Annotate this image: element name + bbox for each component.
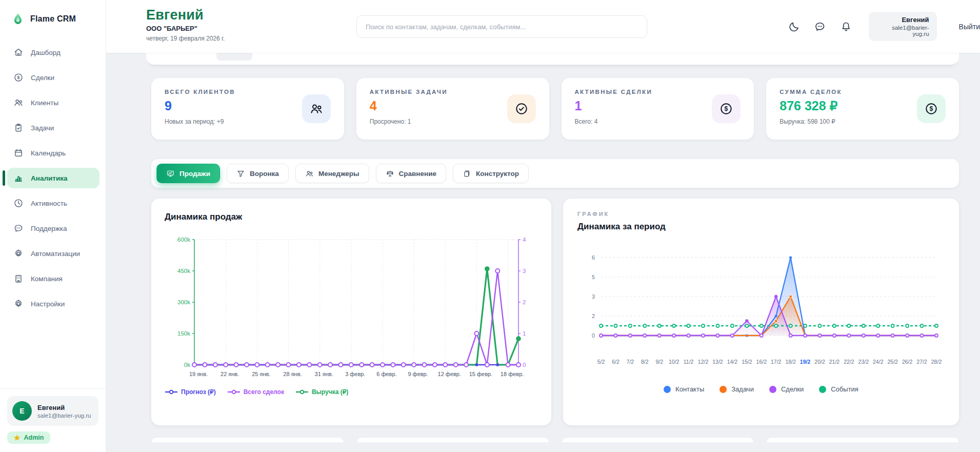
legend-item-Задачи[interactable]: Задачи (719, 385, 754, 393)
header-greeting: Евгений ООО "БАРЬЕР" четверг, 19 февраля… (146, 7, 225, 42)
svg-text:0: 0 (592, 332, 595, 339)
svg-text:6/2: 6/2 (612, 359, 619, 365)
bar-chart-icon (13, 173, 24, 183)
sidebar-user-card[interactable]: E Евгений sale1@barier-yug.ru (7, 396, 98, 426)
next-section-card-edges (151, 437, 959, 442)
svg-text:27/2: 27/2 (916, 359, 927, 365)
header-profile-email: sale1@barier-yug.ru (876, 25, 929, 37)
check-circle-icon (507, 94, 536, 123)
tab-constructor[interactable]: Конструктор (453, 164, 529, 183)
header-actions: Евгений sale1@barier-yug.ru Выйти (788, 0, 980, 53)
sidebar-item-automations[interactable]: Автоматизации (7, 243, 99, 264)
svg-text:17/2: 17/2 (771, 359, 782, 365)
legend-label: Прогноз (₽) (181, 388, 216, 396)
header-company: ООО "БАРЬЕР" (146, 25, 225, 32)
stat-card-0: ВСЕГО КЛИЕНТОВ9Новых за период: +9 (151, 78, 344, 140)
stat-value: 4 (370, 99, 448, 113)
svg-text:15 февр.: 15 февр. (469, 371, 492, 377)
sidebar: Flame CRM Дашборд$СделкиКлиентыЗадачиКал… (0, 0, 106, 452)
sales-dynamics-chart: 0k150k300k450k600k0123419 янв.22 янв.25 … (165, 235, 538, 380)
clock-icon (13, 198, 24, 208)
legend-swatch (165, 389, 178, 395)
legend-dot (664, 386, 671, 393)
sidebar-item-analytics[interactable]: Аналитика (7, 168, 99, 188)
sidebar-item-tasks[interactable]: Задачи (7, 117, 99, 138)
content: ВСЕГО КЛИЕНТОВ9Новых за период: +9АКТИВН… (106, 53, 980, 452)
stat-subtext: Выручка: 598 100 ₽ (779, 118, 842, 125)
tab-managers[interactable]: Менеджеры (295, 164, 369, 183)
svg-text:23/2: 23/2 (858, 359, 869, 365)
tab-funnel[interactable]: Воронка (227, 164, 289, 183)
period-chart-title: Динамика за период (577, 222, 945, 232)
svg-text:18/2: 18/2 (785, 359, 796, 365)
tab-sales[interactable]: Продажи (156, 164, 220, 183)
legend-item-Прогноз (₽)[interactable]: Прогноз (₽) (165, 388, 216, 396)
sidebar-item-label: Автоматизации (31, 250, 80, 258)
legend-dot (719, 386, 727, 393)
period-chart-area: 023565/26/27/28/29/210/211/212/213/214/2… (577, 248, 945, 371)
svg-text:25 янв.: 25 янв. (252, 371, 270, 377)
legend-item-Контакты[interactable]: Контакты (664, 385, 704, 393)
dollar-circle-icon: $ (13, 72, 24, 83)
sidebar-item-label: Аналитика (31, 174, 67, 182)
analytics-tabs: ПродажиВоронкаМенеджерыСравнениеКонструк… (151, 159, 959, 188)
svg-text:14/2: 14/2 (727, 359, 738, 365)
svg-text:3: 3 (523, 268, 526, 274)
sidebar-item-settings[interactable]: Настройки (7, 293, 99, 314)
svg-text:10/2: 10/2 (669, 359, 679, 365)
legend-item-Выручка (₽)[interactable]: Выручка (₽) (295, 388, 348, 396)
svg-text:22/2: 22/2 (844, 359, 854, 365)
legend-swatch (227, 389, 241, 395)
calendar-icon (13, 148, 24, 158)
header: Евгений ООО "БАРЬЕР" четверг, 19 февраля… (106, 0, 980, 53)
logout-button[interactable]: Выйти (959, 23, 980, 31)
svg-text:12 февр.: 12 февр. (438, 371, 461, 377)
sidebar-item-company[interactable]: Компания (7, 268, 99, 289)
stat-cards-row: ВСЕГО КЛИЕНТОВ9Новых за период: +9АКТИВН… (151, 78, 959, 140)
bell-icon[interactable] (840, 21, 852, 33)
svg-text:600k: 600k (177, 237, 190, 243)
stat-label: СУММА СДЕЛОК (779, 89, 842, 95)
legend-swatch (295, 389, 309, 395)
period-dynamics-chart: 023565/26/27/28/29/210/211/212/213/214/2… (577, 248, 944, 369)
header-user-pill[interactable]: Евгений sale1@barier-yug.ru (869, 12, 936, 41)
svg-text:$: $ (17, 75, 20, 80)
sidebar-item-deals[interactable]: $Сделки (7, 67, 99, 88)
sidebar-item-clients[interactable]: Клиенты (7, 92, 99, 113)
app-title: Flame CRM (30, 14, 76, 24)
sidebar-item-label: Дашборд (31, 49, 61, 56)
stat-card-1: АКТИВНЫЕ ЗАДАЧИ4Просрочено: 1 (356, 78, 549, 140)
scrolled-card-edge (146, 53, 959, 65)
search-input[interactable] (356, 15, 647, 38)
sidebar-item-label: Календарь (31, 149, 66, 157)
svg-text:24/2: 24/2 (873, 359, 884, 365)
sidebar-item-calendar[interactable]: Календарь (7, 143, 99, 163)
legend-item-События[interactable]: События (819, 385, 858, 393)
card-edge (151, 437, 344, 442)
legend-item-Всего сделок[interactable]: Всего сделок (227, 388, 284, 396)
legend-item-Сделки[interactable]: Сделки (769, 385, 804, 393)
svg-text:9 февр.: 9 февр. (408, 371, 428, 377)
sidebar-item-support[interactable]: Поддержка (7, 218, 99, 239)
svg-text:6: 6 (592, 254, 595, 261)
scales-icon (386, 169, 394, 178)
stat-card-3: СУММА СДЕЛОК876 328 ₽Выручка: 598 100 ₽$ (766, 78, 959, 140)
period-chart-legend: КонтактыЗадачиСделкиСобытия (577, 385, 945, 393)
doc-icon (463, 169, 471, 178)
sidebar-item-activity[interactable]: Активность (7, 193, 99, 213)
avatar: E (12, 401, 32, 421)
sidebar-item-label: Клиенты (31, 99, 58, 107)
svg-text:0k: 0k (184, 362, 190, 368)
tab-comparison[interactable]: Сравнение (376, 164, 446, 183)
stat-value: 9 (165, 99, 235, 113)
sidebar-item-dashboard[interactable]: Дашборд (7, 42, 99, 63)
legend-dot (769, 386, 776, 393)
legend-label: События (831, 385, 858, 393)
card-edge (562, 437, 754, 442)
moon-icon[interactable] (788, 21, 800, 33)
search-bar (356, 15, 647, 38)
svg-text:31 янв.: 31 янв. (315, 371, 333, 377)
chat-icon[interactable] (814, 21, 826, 33)
svg-text:19/2: 19/2 (800, 359, 811, 365)
card-edge (356, 437, 549, 442)
